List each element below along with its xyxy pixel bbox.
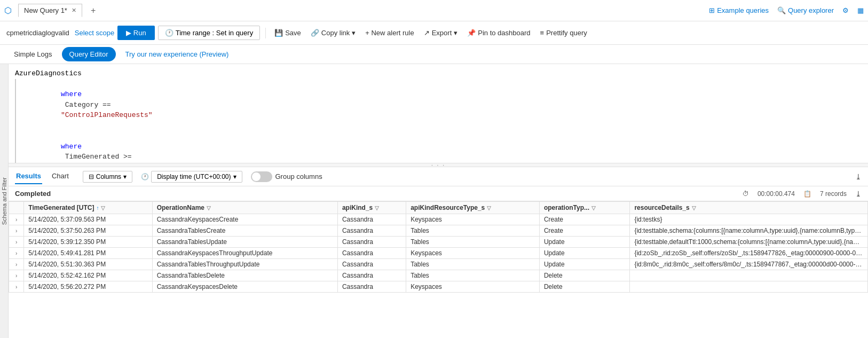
tab-simple-logs[interactable]: Simple Logs xyxy=(6,47,60,61)
results-tab-results[interactable]: Results xyxy=(15,169,42,184)
row-cell-operationType: Delete xyxy=(539,270,630,281)
columns-icon: ⊟ xyxy=(89,173,94,180)
results-tab-chart[interactable]: Chart xyxy=(51,169,70,184)
time-icon: ⏱ xyxy=(743,190,749,198)
query-time: 00:00:00.474 xyxy=(757,190,795,198)
table-row: ›5/14/2020, 5:37:50.263 PMCassandraTable… xyxy=(9,225,868,237)
row-cell-resourceDetails: {id:zoSb_,rid:zoSb_,self:offers/zoSb/_,t… xyxy=(630,248,868,259)
row-cell-operationType: Create xyxy=(539,214,630,225)
pane-resizer[interactable]: · · · xyxy=(9,163,868,167)
row-expand-cell: › xyxy=(9,259,24,270)
content-area: AzureDiagnostics where Category == "Cont… xyxy=(9,64,868,338)
row-cell-operation: CassandraKeyspacesCreate xyxy=(152,214,337,225)
table-row: ›5/14/2020, 5:37:09.563 PMCassandraKeysp… xyxy=(9,214,868,225)
row-cell-resourceDetails xyxy=(630,281,868,293)
col-apikind-header[interactable]: apiKind_s ▽ xyxy=(337,202,406,214)
editor-pane[interactable]: AzureDiagnostics where Category == "Cont… xyxy=(9,64,868,163)
run-button[interactable]: ▶ Run xyxy=(117,26,154,40)
row-cell-apiKindResource: Keyspaces xyxy=(406,248,540,259)
row-cell-operation: CassandraTablesThroughputUpdate xyxy=(152,259,337,270)
row-cell-operation: CassandraTablesUpdate xyxy=(152,237,337,248)
row-cell-time: 5/14/2020, 5:56:20.272 PM xyxy=(24,281,152,293)
tab-new-query[interactable]: New Query 1* ✕ xyxy=(18,4,82,17)
record-count: 7 records xyxy=(820,190,847,198)
row-cell-operation: CassandraKeyspacesDelete xyxy=(152,281,337,293)
row-expand-button[interactable]: › xyxy=(13,217,19,223)
query-explorer-link[interactable]: 🔍 Query explorer xyxy=(777,6,834,14)
editor-line-1: AzureDiagnostics xyxy=(15,68,862,79)
export-button[interactable]: ↗ Export ▾ xyxy=(421,27,461,39)
timegenerated-filter-icon[interactable]: ▽ xyxy=(101,205,105,211)
resourcedetails-filter-icon[interactable]: ▽ xyxy=(692,205,696,211)
clock-icon: 🕐 xyxy=(165,29,173,37)
row-cell-apiKind: Cassandra xyxy=(337,259,406,270)
link-icon: 🔗 xyxy=(311,29,319,37)
row-cell-time: 5/14/2020, 5:39:12.350 PM xyxy=(24,237,152,248)
row-cell-apiKind: Cassandra xyxy=(337,214,406,225)
prettify-query-button[interactable]: ≡ Prettify query xyxy=(537,27,590,39)
columns-chevron-icon: ▾ xyxy=(123,173,127,180)
operationtype-filter-icon[interactable]: ▽ xyxy=(591,205,596,211)
row-expand-button[interactable]: › xyxy=(13,239,19,245)
row-expand-button[interactable]: › xyxy=(13,262,19,268)
tab-preview[interactable]: Try our new experience (Preview) xyxy=(118,47,236,61)
row-expand-cell: › xyxy=(9,270,24,281)
row-expand-button[interactable]: › xyxy=(13,284,19,290)
columns-button[interactable]: ⊟ Columns ▾ xyxy=(83,171,132,183)
schema-sidebar[interactable]: Schema and Filter xyxy=(0,64,9,338)
display-time-button[interactable]: Display time (UTC+00:00) ▾ xyxy=(151,171,242,183)
tab-close-icon[interactable]: ✕ xyxy=(72,7,76,14)
sort-asc-icon[interactable]: ↑ xyxy=(96,205,99,211)
row-expand-cell: › xyxy=(9,237,24,248)
row-cell-resourceDetails xyxy=(630,270,868,281)
tab-query-editor[interactable]: Query Editor xyxy=(62,47,116,61)
group-columns-toggle[interactable]: Group columns xyxy=(251,171,322,182)
col-operationname-header[interactable]: OperationName ▽ xyxy=(152,202,337,214)
toggle-track xyxy=(251,171,272,182)
prettify-icon: ≡ xyxy=(540,29,545,37)
editor-line-3: where TimeGenerated >= todatetime ('2020… xyxy=(15,131,862,163)
table-row: ›5/14/2020, 5:49:41.281 PMCassandraKeysp… xyxy=(9,248,868,259)
tab-add-button[interactable]: + xyxy=(86,4,100,18)
copy-link-button[interactable]: 🔗 Copy link ▾ xyxy=(307,27,359,39)
row-expand-button[interactable]: › xyxy=(13,228,19,234)
table-row: ›5/14/2020, 5:39:12.350 PMCassandraTable… xyxy=(9,237,868,248)
pin-icon: 📌 xyxy=(467,29,476,37)
row-cell-resourceDetails: {id:testtable,schema:{columns:[{name:col… xyxy=(630,225,868,237)
row-expand-button[interactable]: › xyxy=(13,273,19,279)
row-cell-apiKindResource: Tables xyxy=(406,225,540,237)
clock-small-icon: 🕐 xyxy=(141,173,149,180)
operationname-filter-icon[interactable]: ▽ xyxy=(207,205,211,211)
row-cell-apiKind: Cassandra xyxy=(337,248,406,259)
col-apikindresource-header[interactable]: apiKindResourceType_s ▽ xyxy=(406,202,540,214)
row-cell-time: 5/14/2020, 5:37:50.263 PM xyxy=(24,225,152,237)
example-queries-link[interactable]: ⊞ Example queries xyxy=(709,6,769,14)
app-logo: ⬡ xyxy=(4,5,12,15)
row-cell-time: 5/14/2020, 5:49:41.281 PM xyxy=(24,248,152,259)
toggle-thumb xyxy=(252,172,261,181)
grid-icon: ⊞ xyxy=(709,6,715,14)
select-scope-button[interactable]: Select scope xyxy=(75,29,114,37)
expand-results-button[interactable]: ⤓ xyxy=(855,172,862,181)
save-button[interactable]: 💾 Save xyxy=(271,27,304,39)
apikindresource-filter-icon[interactable]: ▽ xyxy=(487,205,491,211)
col-resourcedetails-header[interactable]: resourceDetails_s ▽ xyxy=(630,202,868,214)
row-cell-apiKind: Cassandra xyxy=(337,270,406,281)
table-row: ›5/14/2020, 5:51:30.363 PMCassandraTable… xyxy=(9,259,868,270)
status-bar: Completed ⏱ 00:00:00.474 📋 7 records ⤓ xyxy=(9,186,868,201)
col-timegenerated-header[interactable]: TimeGenerated [UTC] ↑ ▽ xyxy=(24,202,152,214)
display-time-chevron-icon: ▾ xyxy=(233,173,236,180)
col-operationtype-header[interactable]: operationTyp... ▽ xyxy=(539,202,630,214)
layout-icon[interactable]: ▦ xyxy=(857,6,864,14)
tab-label: New Query 1* xyxy=(24,6,67,14)
new-alert-rule-button[interactable]: + New alert rule xyxy=(362,27,417,39)
results-expand-button[interactable]: ⤓ xyxy=(855,190,862,198)
apikind-filter-icon[interactable]: ▽ xyxy=(375,205,379,211)
pin-dashboard-button[interactable]: 📌 Pin to dashboard xyxy=(464,27,533,39)
time-range-button[interactable]: 🕐 Time range : Set in query xyxy=(158,26,260,40)
row-cell-operationType: Create xyxy=(539,225,630,237)
row-cell-apiKind: Cassandra xyxy=(337,281,406,293)
row-expand-button[interactable]: › xyxy=(13,250,19,256)
settings-icon[interactable]: ⚙ xyxy=(842,6,849,14)
status-text: Completed xyxy=(15,190,51,198)
